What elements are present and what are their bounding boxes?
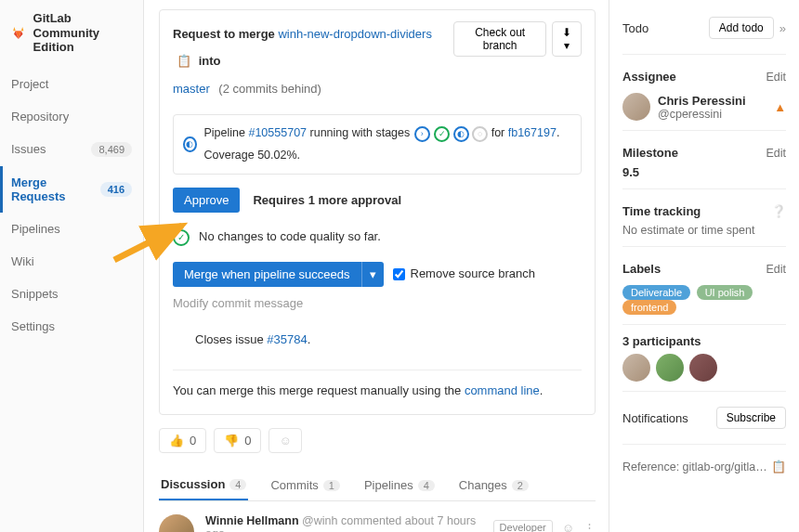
- milestone-value[interactable]: 9.5: [622, 165, 786, 179]
- collapse-icon[interactable]: »: [779, 21, 786, 35]
- stage-icon[interactable]: ›: [414, 126, 430, 142]
- commit-link[interactable]: fb167197: [508, 126, 557, 139]
- assignee-avatar[interactable]: [622, 93, 650, 121]
- modify-commit-message-link[interactable]: Modify commit message: [173, 292, 582, 316]
- more-icon[interactable]: ⋮: [583, 521, 596, 532]
- participant-avatar[interactable]: [622, 354, 650, 382]
- todo-label: Todo: [622, 21, 648, 35]
- label-pill[interactable]: UI polish: [697, 285, 753, 300]
- tab-changes[interactable]: Changes2: [457, 470, 530, 500]
- add-reaction-button[interactable]: ☺: [269, 428, 301, 453]
- sidebar-item-pipelines[interactable]: Pipelines: [0, 213, 143, 245]
- main-content: Request to merge winh-new-dropdown-divid…: [144, 0, 609, 532]
- sidebar-item-project[interactable]: Project: [0, 68, 143, 100]
- add-todo-button[interactable]: Add todo: [709, 17, 774, 39]
- merge-button[interactable]: Merge when pipeline succeeds: [173, 262, 361, 287]
- edit-milestone-link[interactable]: Edit: [766, 147, 786, 160]
- closes-issue-text: Closes issue #35784.: [195, 329, 310, 352]
- commits-behind: (2 commits behind): [218, 82, 321, 96]
- discussion-thread: Winnie Hellmann @winh commented about 7 …: [159, 514, 596, 532]
- subscribe-button[interactable]: Subscribe: [716, 407, 786, 429]
- command-line-link[interactable]: command line: [465, 383, 540, 397]
- note: Winnie Hellmann @winh commented about 7 …: [159, 514, 596, 532]
- sidebar-item-repository[interactable]: Repository: [0, 100, 143, 133]
- time-tracking-value: No estimate or time spent: [622, 224, 786, 237]
- right-sidebar: Todo Add todo » AssigneeEdit Chris Peres…: [609, 0, 799, 532]
- sidebar-item-issues[interactable]: Issues8,469: [0, 133, 143, 166]
- checkout-branch-button[interactable]: Check out branch: [453, 21, 546, 57]
- tab-pipelines[interactable]: Pipelines4: [362, 470, 437, 500]
- thumbs-down-button[interactable]: 👎 0: [214, 428, 261, 453]
- role-badge: Developer: [493, 520, 553, 532]
- stage-icon[interactable]: ○: [472, 126, 488, 142]
- merge-request-box: Request to merge winh-new-dropdown-divid…: [159, 9, 596, 415]
- check-icon: ✓: [173, 229, 190, 246]
- assignee-handle: @cperessini: [658, 108, 766, 121]
- copy-icon[interactable]: 📋: [771, 460, 786, 474]
- approval-required-text: Requires 1 more approval: [253, 189, 401, 213]
- label-pill[interactable]: frontend: [622, 300, 676, 315]
- warning-icon: ▲: [774, 100, 786, 114]
- pipeline-link[interactable]: #10555707: [248, 126, 307, 139]
- help-icon[interactable]: ❔: [771, 204, 786, 218]
- tab-commits[interactable]: Commits1: [269, 470, 341, 500]
- sidebar-item-merge-requests[interactable]: Merge Requests416: [0, 166, 143, 213]
- sidebar-header: GitLab Community Edition: [0, 0, 143, 68]
- download-button[interactable]: ⬇ ▾: [552, 21, 582, 57]
- app-title: GitLab Community Edition: [33, 11, 132, 55]
- code-quality-text: No changes to code quality so far.: [199, 226, 381, 249]
- tab-discussion[interactable]: Discussion4: [159, 470, 248, 500]
- copy-branch-icon[interactable]: 📋: [177, 54, 191, 68]
- thumbs-up-button[interactable]: 👍 0: [159, 428, 206, 453]
- request-to-merge-label: Request to merge: [173, 27, 275, 41]
- label-pill[interactable]: Deliverable: [622, 285, 690, 300]
- reference-text: Reference: gitlab-org/gitlab-c...: [622, 461, 771, 474]
- target-branch-link[interactable]: master: [173, 82, 210, 96]
- mr-count-badge: 416: [100, 182, 132, 197]
- left-sidebar: GitLab Community Edition Project Reposit…: [0, 0, 144, 532]
- closes-issue-link[interactable]: #35784: [267, 332, 307, 346]
- edit-assignee-link[interactable]: Edit: [766, 71, 786, 84]
- participants-label: 3 participants: [622, 334, 786, 348]
- mr-tabs: Discussion4 Commits1 Pipelines4 Changes2: [159, 470, 596, 501]
- edit-labels-link[interactable]: Edit: [766, 263, 786, 276]
- source-branch-link[interactable]: winh-new-dropdown-dividers: [278, 27, 431, 41]
- assignee-name[interactable]: Chris Peressini: [658, 94, 766, 108]
- pipeline-status-row: ◐ Pipeline #10555707 running with stages…: [173, 114, 582, 175]
- gitlab-logo-icon: [11, 21, 26, 44]
- running-icon: ◐: [183, 136, 197, 152]
- emoji-icon[interactable]: ☺: [562, 521, 574, 532]
- participant-avatar[interactable]: [689, 354, 717, 382]
- remove-source-checkbox[interactable]: Remove source branch: [393, 263, 535, 286]
- stage-icon[interactable]: ✓: [434, 126, 450, 142]
- avatar[interactable]: [159, 514, 194, 532]
- reactions-bar: 👍 0 👎 0 ☺: [159, 428, 596, 453]
- approve-button[interactable]: Approve: [173, 188, 240, 213]
- stage-icon[interactable]: ◐: [453, 126, 469, 142]
- sidebar-item-snippets[interactable]: Snippets: [0, 278, 143, 310]
- merge-dropdown-button[interactable]: ▾: [361, 262, 384, 287]
- issues-count-badge: 8,469: [91, 142, 132, 157]
- participant-avatar[interactable]: [656, 354, 684, 382]
- sidebar-item-settings[interactable]: Settings: [0, 310, 143, 343]
- labels-list: Deliverable UI polish frontend: [622, 285, 786, 315]
- sidebar-item-wiki[interactable]: Wiki: [0, 245, 143, 278]
